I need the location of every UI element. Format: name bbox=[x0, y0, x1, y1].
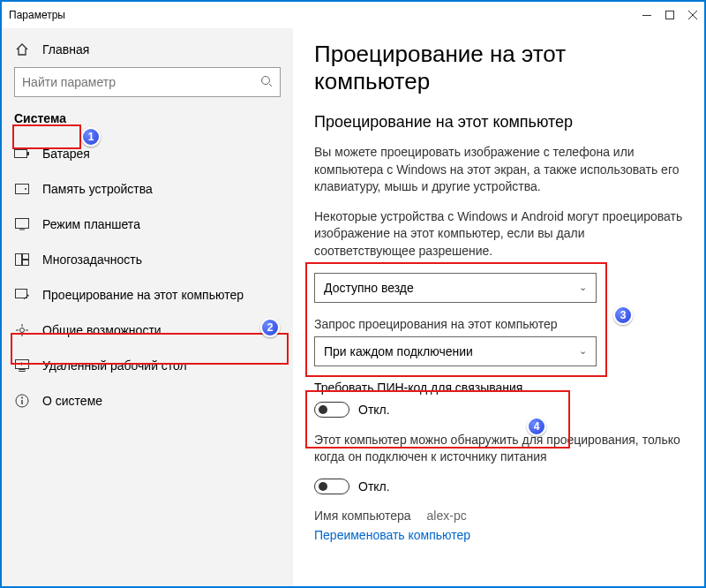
sidebar: Главная Система Батарея Память устройств… bbox=[2, 28, 293, 586]
power-toggle[interactable] bbox=[314, 479, 349, 494]
search-input[interactable] bbox=[22, 75, 260, 89]
main-content: Проецирование на этот компьютер Проециро… bbox=[293, 28, 704, 586]
section-heading: Проецирование на этот компьютер bbox=[314, 113, 683, 132]
sidebar-item-shared[interactable]: Общие возможности bbox=[2, 313, 293, 348]
sidebar-item-projecting[interactable]: Проецирование на этот компьютер bbox=[2, 277, 293, 313]
sidebar-item-label: Память устройства bbox=[42, 182, 153, 196]
svg-line-5 bbox=[269, 84, 272, 87]
page-title: Проецирование на этот компьютер bbox=[314, 41, 683, 95]
home-label: Главная bbox=[42, 42, 89, 57]
rename-link[interactable]: Переименовать компьютер bbox=[314, 528, 683, 542]
description-2: Некоторые устройства с Windows и Android… bbox=[314, 208, 683, 260]
svg-rect-25 bbox=[21, 400, 22, 404]
pcname-label: Имя компьютера bbox=[314, 509, 411, 523]
svg-rect-14 bbox=[23, 260, 29, 266]
svg-rect-6 bbox=[15, 150, 27, 158]
tablet-icon bbox=[14, 218, 30, 230]
svg-rect-12 bbox=[16, 254, 22, 266]
chevron-down-icon: ⌄ bbox=[579, 282, 587, 293]
svg-point-24 bbox=[21, 397, 23, 399]
sidebar-item-remote-desktop[interactable]: Удаленный рабочий стол bbox=[2, 348, 293, 383]
pin-toggle[interactable] bbox=[314, 402, 349, 418]
sidebar-item-label: Удаленный рабочий стол bbox=[42, 358, 187, 373]
search-input-wrap[interactable] bbox=[14, 67, 281, 97]
chevron-down-icon: ⌄ bbox=[579, 345, 587, 357]
svg-rect-1 bbox=[666, 11, 674, 19]
sidebar-item-about[interactable]: О системе bbox=[2, 383, 293, 418]
sidebar-item-label: Проецирование на этот компьютер bbox=[42, 288, 244, 302]
svg-rect-0 bbox=[642, 15, 651, 16]
select-value: При каждом подключении bbox=[324, 344, 473, 358]
ask-label: Запрос проецирования на этот компьютер bbox=[314, 317, 683, 331]
window-title: Параметры bbox=[9, 9, 642, 21]
section-label-system: Система bbox=[2, 106, 293, 136]
svg-rect-10 bbox=[16, 219, 29, 229]
svg-rect-15 bbox=[16, 290, 27, 298]
svg-point-4 bbox=[262, 76, 270, 84]
storage-icon bbox=[14, 184, 30, 194]
svg-rect-7 bbox=[27, 152, 29, 155]
sidebar-item-label: Режим планшета bbox=[42, 217, 140, 231]
svg-rect-8 bbox=[16, 185, 29, 194]
svg-rect-11 bbox=[19, 230, 25, 230]
description-1: Вы можете проецировать изображение с тел… bbox=[314, 144, 683, 196]
svg-rect-22 bbox=[19, 370, 25, 372]
home-icon bbox=[14, 42, 30, 57]
power-label: Этот компьютер можно обнаружить для прое… bbox=[314, 432, 683, 466]
svg-rect-13 bbox=[23, 254, 29, 260]
project-icon bbox=[14, 289, 30, 301]
sidebar-item-label: Батарея bbox=[42, 147, 90, 161]
shared-icon bbox=[14, 323, 30, 337]
pcname-value: alex-pc bbox=[427, 509, 467, 523]
minimize-button[interactable] bbox=[642, 11, 651, 19]
close-button[interactable] bbox=[688, 11, 697, 19]
home-button[interactable]: Главная bbox=[2, 35, 293, 67]
sidebar-item-battery[interactable]: Батарея bbox=[2, 136, 293, 171]
availability-select[interactable]: Доступно везде ⌄ bbox=[314, 273, 597, 303]
search-icon bbox=[260, 75, 273, 90]
power-toggle-state: Откл. bbox=[358, 479, 390, 494]
maximize-button[interactable] bbox=[665, 11, 674, 19]
info-icon bbox=[14, 394, 30, 408]
pin-label: Требовать ПИН-код для связывания bbox=[314, 381, 683, 395]
battery-icon bbox=[14, 148, 30, 159]
window-controls bbox=[642, 11, 697, 19]
sidebar-item-multitasking[interactable]: Многозадачность bbox=[2, 242, 293, 277]
svg-point-9 bbox=[25, 188, 26, 190]
sidebar-item-label: Многозадачность bbox=[42, 253, 142, 267]
remote-desktop-icon bbox=[14, 359, 30, 372]
titlebar: Параметры bbox=[2, 2, 704, 28]
select-value: Доступно везде bbox=[324, 281, 414, 295]
ask-select[interactable]: При каждом подключении ⌄ bbox=[314, 336, 597, 366]
multitasking-icon bbox=[14, 253, 30, 266]
sidebar-item-tablet-mode[interactable]: Режим планшета bbox=[2, 207, 293, 242]
svg-point-16 bbox=[20, 328, 25, 333]
sidebar-item-label: Общие возможности bbox=[42, 323, 161, 337]
sidebar-item-label: О системе bbox=[42, 394, 102, 408]
sidebar-item-storage[interactable]: Память устройства bbox=[2, 171, 293, 207]
pin-toggle-state: Откл. bbox=[358, 403, 390, 417]
